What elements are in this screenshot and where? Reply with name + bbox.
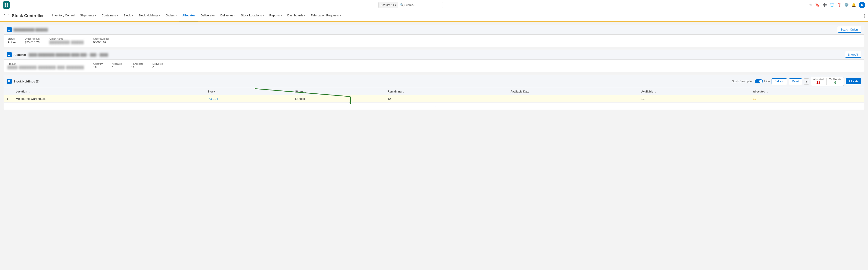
- table-row: 1 Melbourne Warehouse PO-124 Landed 12 1…: [4, 95, 864, 103]
- stock-header-left: ☰ Stock Holdings (1): [7, 79, 39, 84]
- nav-item-containers[interactable]: Containers ▾: [99, 10, 121, 22]
- cell-remaining: 12: [385, 95, 508, 103]
- avatar[interactable]: U: [859, 2, 865, 8]
- stock-link[interactable]: PO-124: [208, 97, 218, 100]
- quantity-label: Quantity: [93, 62, 102, 65]
- nav-item-allocator[interactable]: Allocator: [180, 10, 198, 22]
- cell-available: 12: [639, 95, 750, 103]
- search-bar[interactable]: Search: All ▾ 🔍: [378, 2, 443, 8]
- status-item-amount: Order Amount $25,610.26: [25, 37, 40, 44]
- search-orders-button[interactable]: Search Orders: [838, 27, 861, 33]
- badge-item-allocated: Allocated 12: [813, 78, 824, 85]
- order-card-header-left: ☰ ██████████ ██████: [7, 27, 48, 32]
- allocated-label: Allocated: [112, 62, 122, 65]
- main-content: ☰ ██████████ ██████ Search Orders Status…: [0, 22, 868, 270]
- cell-location: Melbourne Warehouse: [13, 95, 205, 103]
- reset-button[interactable]: Reset: [789, 78, 802, 84]
- nav-item-stock[interactable]: Stock ▾: [121, 10, 136, 22]
- top-bar-left: [3, 1, 12, 9]
- notifications-icon[interactable]: 🔔: [851, 3, 856, 7]
- order-name-label: Order Name: [50, 37, 84, 40]
- nav-item-inventory[interactable]: Inventory Control: [49, 10, 77, 22]
- cell-stock: PO-124: [205, 95, 292, 103]
- nav-more-icon[interactable]: ⟩: [864, 14, 865, 18]
- stock-holdings-title: Stock Holdings (1): [13, 80, 39, 83]
- nav-item-deliverator[interactable]: Deliverator: [198, 10, 218, 22]
- cell-allocated: 12: [750, 95, 864, 103]
- stock-holdings-header: ☰ Stock Holdings (1) Stock Description H…: [4, 75, 864, 88]
- allocated-badge-value: 12: [816, 81, 820, 85]
- order-card-header: ☰ ██████████ ██████ Search Orders: [4, 25, 864, 35]
- bookmark-icon[interactable]: 🔖: [815, 3, 820, 7]
- help-icon[interactable]: ❓: [837, 3, 842, 7]
- nav-chevron-stock-holdings: ▾: [159, 14, 160, 16]
- nav-item-fabrication[interactable]: Fabrication Requests ▾: [308, 10, 344, 22]
- allocate-button[interactable]: Allocate: [846, 78, 861, 84]
- search-scope-btn[interactable]: Search: All ▾: [379, 2, 398, 8]
- stock-desc-toggle: Stock Description Hide: [732, 79, 770, 83]
- show-all-button[interactable]: Show All: [845, 52, 861, 58]
- allocate-title-prefix: Allocate:: [13, 53, 26, 57]
- settings-icon[interactable]: ⚙️: [844, 3, 849, 7]
- stock-desc-toggle-switch[interactable]: [755, 79, 763, 83]
- nav-chevron-orders: ▾: [176, 14, 177, 16]
- to-allocate-value: 18: [131, 66, 144, 69]
- nav-item-dashboards[interactable]: Dashboards ▾: [284, 10, 308, 22]
- search-scope-chevron: ▾: [395, 3, 396, 7]
- col-header-status[interactable]: Status ⌄: [292, 88, 385, 95]
- allocate-item-quantity: Quantity 18: [93, 62, 102, 69]
- nav-item-stock-locations[interactable]: Stock Locations ▾: [238, 10, 267, 22]
- col-header-remaining[interactable]: Remaining ⌄: [385, 88, 508, 95]
- svg-rect-3: [7, 5, 8, 7]
- search-input[interactable]: [404, 3, 441, 7]
- allocate-item-allocated: Allocated 0: [112, 62, 122, 69]
- product-label: Product: [7, 62, 84, 65]
- nav-chevron-stock-locations: ▾: [262, 14, 264, 16]
- allocate-card-header: ☰ Allocate: ████ ████████ ███████ ████ █…: [4, 50, 864, 60]
- col-header-allocated[interactable]: Allocated ⌄: [750, 88, 864, 95]
- add-icon[interactable]: ➕: [823, 3, 827, 7]
- allocate-item-delivered: Delivered 0: [153, 62, 163, 69]
- nav-chevron-fabrication: ▾: [340, 14, 341, 16]
- order-number-value: 00000109: [93, 40, 109, 44]
- cell-num: 1: [4, 95, 13, 103]
- allocated-badge-label: Allocated: [813, 78, 824, 81]
- col-header-location[interactable]: Location ⌄: [13, 88, 205, 95]
- app-logo-icon: [3, 1, 10, 9]
- col-header-stock[interactable]: Stock ⌄: [205, 88, 292, 95]
- nav-grid-icon[interactable]: ⋮⋮: [3, 14, 10, 18]
- table-header: Location ⌄ Stock ⌄ Status ⌄: [4, 88, 864, 95]
- nav-chevron-deliveries: ▾: [235, 14, 236, 16]
- hide-label: Hide: [764, 80, 770, 83]
- delivered-value: 0: [153, 66, 163, 69]
- col-header-num: [4, 88, 13, 95]
- allocated-badge: Allocated 12 To Allocate 6: [811, 77, 844, 86]
- nav-chevron-containers: ▾: [117, 14, 118, 16]
- refresh-button[interactable]: Refresh: [772, 78, 787, 84]
- order-name-value: ████████ █████: [50, 40, 84, 44]
- to-allocate-badge-value: 6: [834, 81, 836, 85]
- sort-icon-stock: ⌄: [216, 90, 218, 93]
- order-card: ☰ ██████████ ██████ Search Orders Status…: [4, 25, 864, 47]
- order-number-label: Order Number: [93, 37, 109, 40]
- allocate-card-header-left: ☰ Allocate: ████ ████████ ███████ ████ █…: [7, 52, 108, 57]
- order-amount-label: Order Amount: [25, 37, 40, 40]
- dropdown-btn[interactable]: ▾: [804, 78, 809, 85]
- nav-item-stock-holdings[interactable]: Stock Holdings ▾: [136, 10, 163, 22]
- star-icon[interactable]: ☆: [809, 3, 812, 7]
- col-header-available-date: Available Date: [508, 88, 639, 95]
- more-row-cell[interactable]: •••: [4, 103, 864, 110]
- nav-item-orders[interactable]: Orders ▾: [163, 10, 180, 22]
- nav-item-reports[interactable]: Reports ▾: [267, 10, 284, 22]
- order-card-icon: ☰: [7, 27, 12, 32]
- sort-icon-allocated: ⌄: [766, 90, 768, 93]
- cell-status: Landed: [292, 95, 385, 103]
- stock-desc-label: Stock Description: [732, 80, 753, 83]
- allocate-item-product: Product ████ ███████ ███████ ███ ███████: [7, 62, 84, 69]
- nav-item-deliveries[interactable]: Deliveries ▾: [218, 10, 238, 22]
- col-header-available[interactable]: Available ⌄: [639, 88, 750, 95]
- nav-item-shipments[interactable]: Shipments ▾: [77, 10, 99, 22]
- product-value: ████ ███████ ███████ ███ ███████: [7, 66, 84, 69]
- stock-header-icon: ☰: [7, 79, 12, 84]
- globe-icon[interactable]: 🌐: [830, 3, 834, 7]
